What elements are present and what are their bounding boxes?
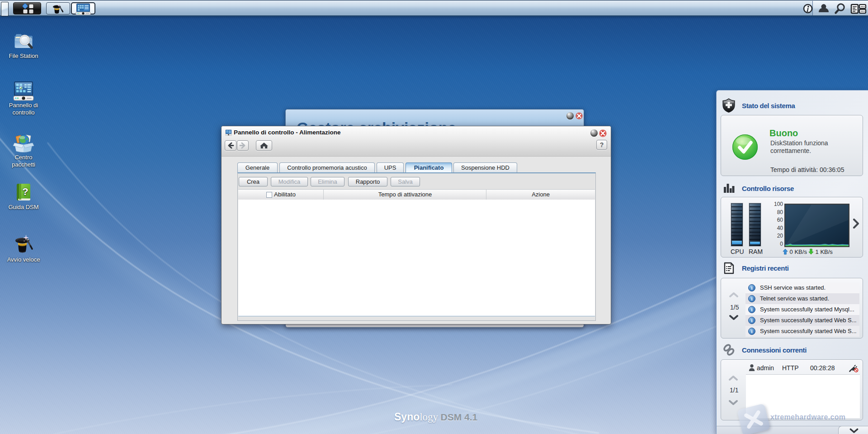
svg-text:?: ? xyxy=(22,186,28,197)
